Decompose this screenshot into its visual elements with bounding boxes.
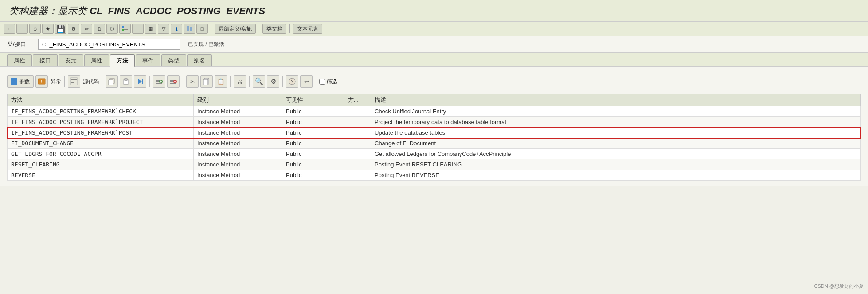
favorites-button[interactable]: ★ — [42, 24, 54, 34]
tool1-button[interactable]: ? — [286, 75, 298, 88]
method-name-cell: IF_FINS_ACDOC_POSTING_FRAMEWRK`PROJECT — [8, 117, 194, 128]
local-def-button[interactable]: 局部定义/实施 — [215, 24, 256, 34]
tab-methods[interactable]: 方法 — [110, 54, 135, 67]
paste-button2[interactable]: 📋 — [215, 75, 227, 88]
history-button[interactable]: ⊙ — [29, 24, 41, 34]
table-row[interactable]: IF_FINS_ACDOC_POSTING_FRAMEWRK`PROJECTIn… — [8, 117, 861, 128]
class-info-bar: 类/接口 已实现 / 已激活 — [0, 36, 868, 53]
method-visibility-cell: Public — [282, 138, 344, 149]
filter-button[interactable]: ▽ — [158, 24, 169, 34]
class-docs-button[interactable]: 类文档 — [262, 24, 286, 34]
tab-attrs[interactable]: 属性 — [7, 54, 32, 66]
local-button[interactable]: □ — [196, 24, 208, 34]
class-name-input[interactable] — [38, 39, 180, 50]
svg-rect-30 — [203, 79, 208, 85]
copy-row-button[interactable] — [106, 75, 118, 88]
sep-3 — [149, 76, 150, 87]
edit-button[interactable]: ✏ — [81, 24, 92, 34]
table-row[interactable]: RESET_CLEARINGInstance MethodPublicPosti… — [8, 159, 861, 170]
sep-2 — [102, 76, 102, 87]
methods-table: 方法 级别 可见性 方... 描述 IF_FINS_ACDOC_POSTING_… — [7, 94, 861, 181]
method-type-cell — [344, 149, 371, 159]
transport-button[interactable] — [184, 24, 195, 34]
paste-row-button[interactable] — [120, 75, 132, 88]
tab-friends[interactable]: 友元 — [59, 54, 83, 66]
list-button[interactable]: ≡ — [132, 24, 144, 34]
col-header-method-type: 方... — [344, 94, 371, 106]
method-description-cell: Change of FI Document — [371, 138, 861, 149]
method-description-cell: Update the database tables — [371, 128, 861, 138]
back-button[interactable]: ← — [4, 24, 15, 34]
tab-interface[interactable]: 接口 — [33, 54, 58, 66]
table-row[interactable]: REVERSEInstance MethodPublicPosting Even… — [8, 170, 861, 181]
forward-button[interactable]: → — [16, 24, 28, 34]
copy-button[interactable]: ⧉ — [94, 24, 105, 34]
method-description-cell: Posting Event REVERSE — [371, 170, 861, 181]
svg-rect-8 — [70, 78, 78, 85]
svg-rect-0 — [122, 26, 124, 28]
save-button[interactable]: 💾 — [55, 24, 66, 34]
watermark: CSDN @想发财的小夏 — [814, 283, 864, 290]
table-header-row: 方法 级别 可见性 方... 描述 — [8, 94, 861, 106]
info-button[interactable]: ℹ — [171, 24, 182, 34]
tab-attributes[interactable]: 属性 — [84, 54, 109, 66]
settings-button[interactable]: ⚙ — [68, 24, 79, 34]
method-visibility-cell: Public — [282, 170, 344, 181]
paste-button[interactable]: ⬡ — [106, 24, 118, 34]
search2-button[interactable]: ⚙ — [267, 75, 279, 88]
method-level-cell: Instance Method — [194, 117, 282, 128]
forward2-button[interactable] — [134, 75, 146, 88]
svg-text:?: ? — [291, 79, 293, 84]
undo-button[interactable]: ↩ — [300, 75, 313, 88]
title-bar: 类构建器：显示类 CL_FINS_ACDOC_POSTING_EVENTS — [0, 0, 868, 22]
print-button[interactable]: 🖨 — [234, 75, 246, 88]
main-toolbar: ← → ⊙ ★ 💾 ⚙ ✏ ⧉ ⬡ ≡ ▦ ▽ ℹ □ 局部定义/实施 类文档 … — [0, 22, 868, 36]
col-header-visibility: 可见性 — [282, 94, 344, 106]
separator-3 — [289, 24, 290, 33]
method-type-cell — [344, 128, 371, 138]
svg-rect-26 — [170, 83, 176, 84]
svg-text:!: ! — [41, 79, 42, 84]
sep-6 — [249, 76, 250, 87]
table-row[interactable]: IF_FINS_ACDOC_POSTING_FRAMEWRK`POSTInsta… — [8, 128, 861, 138]
method-description-cell: Get allowed Ledgers for CompanyCode+AccP… — [371, 149, 861, 159]
cut-button[interactable]: ✂ — [186, 75, 199, 88]
tab-events[interactable]: 事件 — [136, 54, 160, 66]
svg-rect-1 — [122, 29, 124, 31]
table-row[interactable]: GET_LDGRS_FOR_COCODE_ACCPRInstance Metho… — [8, 149, 861, 159]
page-title: 类构建器：显示类 CL_FINS_ACDOC_POSTING_EVENTS — [9, 4, 859, 18]
exceptions-label: 异常 — [51, 78, 61, 85]
method-visibility-cell: Public — [282, 159, 344, 170]
text-elements-button[interactable]: 文本元素 — [293, 24, 322, 34]
insert-row-button[interactable] — [153, 75, 165, 88]
delete-row-button[interactable] — [167, 75, 180, 88]
class-interface-label: 类/接口 — [7, 40, 34, 48]
exceptions-icon-button[interactable]: ! — [35, 75, 48, 88]
source-label: 源代码 — [83, 78, 99, 85]
table-button[interactable]: ▦ — [145, 24, 156, 34]
sep-4 — [183, 76, 183, 87]
filter-checkbox[interactable] — [319, 79, 325, 85]
copy-button2[interactable] — [200, 75, 213, 88]
svg-rect-20 — [156, 83, 162, 84]
method-level-cell: Instance Method — [194, 159, 282, 170]
tree-button[interactable] — [119, 24, 131, 34]
params-button[interactable]: 参数 — [7, 75, 34, 88]
source-icon-button[interactable] — [68, 75, 80, 88]
tab-aliases[interactable]: 别名 — [187, 54, 212, 66]
method-description-cell: Project the temporary data to database t… — [371, 117, 861, 128]
class-status: 已实现 / 已激活 — [188, 41, 224, 48]
svg-rect-5 — [190, 27, 192, 31]
search-button[interactable]: 🔍 — [253, 75, 265, 88]
main-content: 参数 ! 异常 源代码 — [0, 67, 868, 186]
method-name-cell: GET_LDGRS_FOR_COCODE_ACCPR — [8, 149, 194, 159]
method-level-cell: Instance Method — [194, 170, 282, 181]
method-type-cell — [344, 159, 371, 170]
separator-2 — [259, 24, 259, 33]
table-row[interactable]: FI_DOCUMENT_CHANGEInstance MethodPublicC… — [8, 138, 861, 149]
filter-check-label[interactable]: 筛选 — [319, 78, 337, 85]
table-row[interactable]: IF_FINS_ACDOC_POSTING_FRAMEWRK`CHECKInst… — [8, 106, 861, 117]
tab-types[interactable]: 类型 — [161, 54, 186, 66]
tabs-bar: 属性 接口 友元 属性 方法 事件 类型 别名 — [0, 53, 868, 67]
col-header-method: 方法 — [8, 94, 194, 106]
